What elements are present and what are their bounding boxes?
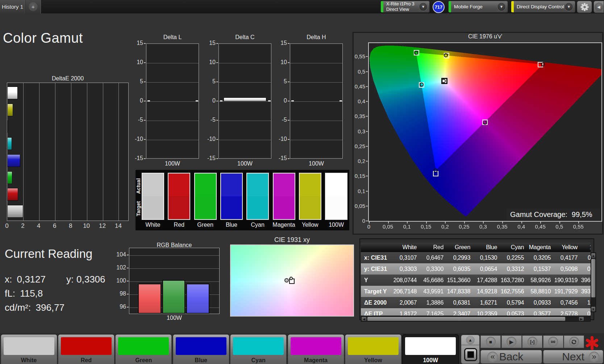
- pattern-button-100w[interactable]: 100W: [402, 334, 459, 364]
- table-header-cell: Magenta: [526, 244, 553, 251]
- pattern-button-label: Blue: [173, 357, 229, 364]
- pattern-up-button[interactable]: ▲: [461, 335, 479, 345]
- table-cell: 0,7456: [553, 300, 580, 306]
- deltae2000-chart-title: DeltaE 2000: [7, 75, 129, 82]
- plus-icon: +: [32, 4, 35, 10]
- y-value: 0,3306: [76, 274, 105, 285]
- measure-button[interactable]: [▪]: [522, 335, 542, 348]
- tick-mark: [216, 139, 218, 140]
- tab-history-1[interactable]: History 1: [0, 0, 25, 13]
- refresh-button[interactable]: [564, 335, 584, 348]
- table-cell: 0,2255: [499, 255, 526, 261]
- tick-mark: [366, 116, 368, 117]
- tick-mark: [426, 222, 427, 223]
- gear-icon: [580, 3, 589, 11]
- table-cell: 0,2993: [446, 255, 472, 261]
- delta-chart-y-tick: 10: [274, 59, 287, 66]
- display-control-dropdown[interactable]: Direct Display Control ▼: [511, 1, 575, 13]
- rgb-bar-green: [162, 280, 186, 314]
- delta-chart-delta-l: [146, 43, 199, 159]
- pattern-swatch: [61, 337, 112, 355]
- table-row: ΔE ITP1,81727,16252,340710,23590,05730,3…: [361, 308, 591, 315]
- pattern-button-yellow[interactable]: Yellow: [345, 334, 401, 364]
- table-cell: 191,7929: [553, 288, 580, 295]
- pattern-button-green[interactable]: Green: [115, 334, 172, 364]
- table-vertical-scrollbar[interactable]: ▲▼: [591, 252, 596, 312]
- scroll-down-button[interactable]: ▼: [591, 307, 595, 311]
- strip-patch-label: White: [140, 222, 166, 228]
- settings-button[interactable]: [577, 1, 592, 13]
- table-cell: 1,6271: [472, 300, 499, 306]
- pattern-button-label: White: [1, 357, 57, 364]
- next-button[interactable]: Next »: [543, 350, 603, 364]
- add-tab-button[interactable]: +: [29, 2, 38, 11]
- cie1976-chart: [368, 42, 602, 222]
- deltae2000-chart: [7, 83, 129, 221]
- triangle-left-icon: ◀: [595, 3, 603, 11]
- table-cell: 58,9926: [526, 277, 553, 284]
- table-cell: 190,9319: [553, 277, 580, 284]
- gridline: [55, 83, 55, 221]
- tick-mark: [216, 62, 218, 63]
- gridline: [39, 83, 39, 221]
- scroll-thumb[interactable]: [367, 317, 565, 321]
- back-button[interactable]: « Back: [480, 350, 542, 364]
- strip-patch-label: Cyan: [245, 222, 271, 228]
- pattern-button-white[interactable]: White: [1, 334, 57, 364]
- stop-button[interactable]: ■: [480, 335, 501, 348]
- zero-bar-mark: [147, 100, 150, 101]
- next-button-label: Next: [562, 351, 584, 363]
- strip-patch-label: Red: [166, 222, 192, 228]
- tick-mark: [366, 56, 368, 57]
- meter-count-badge[interactable]: 717: [433, 1, 445, 13]
- table-cell: 0,6035: [446, 266, 472, 272]
- zero-bar-mark: [291, 100, 294, 101]
- scroll-left-button[interactable]: ◀: [362, 317, 366, 321]
- x-label: x:: [5, 274, 12, 285]
- table-cell: 0,1530: [472, 255, 499, 261]
- gridline: [290, 140, 342, 140]
- table-row: y: CIE310,33030,33000,60350,06540,33120,…: [361, 263, 591, 275]
- tick-mark: [144, 158, 146, 159]
- table-cell: 163,7280: [499, 277, 526, 284]
- loop-button[interactable]: ∞: [543, 335, 563, 348]
- meter-count-value: 717: [435, 4, 443, 10]
- meter-status-stripe: [381, 1, 383, 12]
- table-horizontal-scrollbar[interactable]: ◀▶: [361, 316, 591, 322]
- rgb-y-tick: 98: [112, 290, 126, 297]
- tick-mark: [288, 158, 289, 159]
- pattern-window-button[interactable]: [464, 348, 477, 361]
- rgb-y-tick: 102: [112, 264, 126, 271]
- strip-patch-yellow: [299, 173, 321, 220]
- pattern-button-red[interactable]: Red: [58, 334, 114, 364]
- table-cell: 58,8810: [526, 288, 553, 295]
- pattern-button-magenta[interactable]: Magenta: [288, 334, 344, 364]
- deltae2000-x-tick: 8: [65, 222, 76, 230]
- delta-chart-y-tick: 15: [274, 40, 287, 46]
- gridline: [146, 121, 199, 121]
- pattern-button-cyan[interactable]: Cyan: [230, 334, 287, 364]
- pattern-button-label: Cyan: [230, 357, 286, 364]
- pattern-button-blue[interactable]: Blue: [173, 334, 229, 364]
- gridline: [219, 82, 271, 83]
- table-cell: 393,7584: [580, 288, 591, 295]
- table-cell: 0,1537: [526, 266, 553, 272]
- source-dropdown[interactable]: Mobile Forge ▼: [448, 1, 508, 13]
- collapse-panel-button[interactable]: ◀: [593, 1, 604, 13]
- table-row-label: Target Y: [361, 288, 392, 295]
- table-row: x: CIE310,31070,64670,29930,15300,22550,…: [361, 252, 591, 263]
- scroll-right-button[interactable]: ▶: [579, 317, 584, 321]
- gridline: [87, 83, 87, 221]
- delta-chart-y-tick: -5: [203, 117, 216, 123]
- table-header-cell: 100W: [580, 244, 591, 251]
- play-button[interactable]: ▶: [501, 335, 522, 348]
- meter-dropdown[interactable]: X-Rite i1Pro 3 Direct View ▼: [380, 1, 430, 13]
- delta-chart-y-tick: 10: [130, 59, 143, 66]
- scroll-up-button[interactable]: ▲: [591, 253, 595, 258]
- tick-mark: [144, 120, 146, 121]
- delta-chart-y-tick: 0: [130, 97, 143, 104]
- gridline: [129, 268, 219, 269]
- tick-mark: [216, 120, 218, 121]
- gridline: [219, 140, 271, 140]
- scroll-thumb[interactable]: [591, 259, 595, 297]
